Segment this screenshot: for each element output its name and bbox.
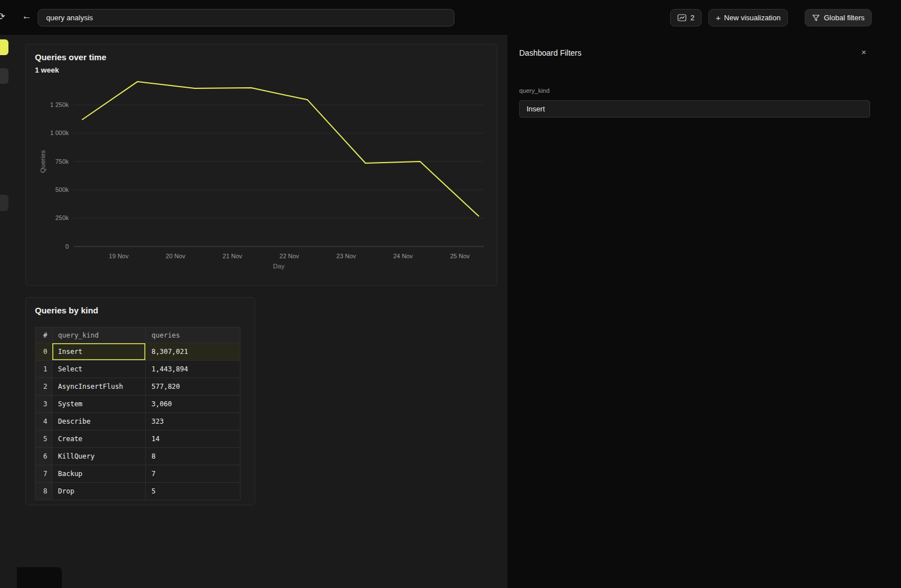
query-kind-cell[interactable]: AsyncInsertFlush	[52, 378, 146, 396]
queries-cell: 323	[146, 413, 240, 430]
visualization-frame-icon	[677, 14, 686, 21]
row-index-cell: 3	[35, 396, 52, 413]
table-title: Queries by kind	[35, 306, 99, 315]
table-row[interactable]: 4Describe323	[35, 413, 240, 430]
y-tick-label: 500k	[55, 186, 69, 193]
table-row[interactable]: 1Select1,443,894	[35, 361, 240, 378]
row-index-cell: 8	[35, 483, 52, 500]
row-index-cell: 5	[35, 430, 52, 448]
query-kind-cell[interactable]: KillQuery	[52, 448, 146, 465]
y-tick-label: 0	[65, 243, 69, 250]
queries-over-time-card: Queries over time 1 week 0250k500k750k1 …	[25, 44, 497, 286]
row-index-cell: 0	[35, 343, 52, 361]
bottom-left-panel	[17, 567, 62, 588]
query-kind-cell[interactable]: System	[52, 396, 146, 413]
x-tick-label: 20 Nov	[166, 253, 185, 259]
queries-line-chart: 0250k500k750k1 000k1 250k19 Nov20 Nov21 …	[26, 44, 498, 286]
query-kind-filter-input[interactable]	[519, 100, 870, 118]
y-axis-title: Queries	[39, 150, 46, 173]
query-kind-cell[interactable]: Backup	[52, 465, 146, 483]
queries-cell: 577,820	[146, 378, 240, 396]
queries-cell: 8,307,021	[146, 343, 240, 361]
table-row[interactable]: 0Insert8,307,021	[35, 343, 240, 361]
x-tick-label: 23 Nov	[336, 253, 356, 259]
x-tick-label: 21 Nov	[222, 253, 242, 259]
x-tick-label: 25 Nov	[450, 253, 470, 259]
table-row[interactable]: 7Backup7	[35, 465, 240, 483]
back-arrow-icon[interactable]: ←	[22, 11, 32, 22]
new-visualization-label: New visualization	[724, 14, 780, 22]
queries-cell: 5	[146, 483, 240, 500]
topbar: ⟳ ← 2 + New visualization Global filters	[0, 0, 901, 35]
table-row[interactable]: 8Drop5	[35, 483, 240, 500]
x-tick-label: 24 Nov	[393, 253, 413, 259]
column-header-index[interactable]: #	[35, 327, 52, 343]
table-row[interactable]: 3System3,060	[35, 396, 240, 413]
plus-icon: +	[716, 13, 721, 23]
query-kind-cell[interactable]: Create	[52, 430, 146, 448]
y-tick-label: 750k	[55, 158, 69, 165]
visualizations-count: 2	[690, 14, 694, 22]
x-axis-title: Day	[273, 263, 285, 270]
column-header-query-kind[interactable]: query_kind	[52, 327, 146, 343]
queries-cell: 7	[146, 465, 240, 483]
filter-funnel-icon	[812, 14, 820, 22]
row-index-cell: 1	[35, 361, 52, 378]
queries-cell: 1,443,894	[146, 361, 240, 378]
query-kind-cell[interactable]: Describe	[52, 413, 146, 430]
close-icon[interactable]: ×	[858, 46, 870, 59]
row-index-cell: 2	[35, 378, 52, 396]
table-row[interactable]: 5Create14	[35, 430, 240, 448]
global-filters-button[interactable]: Global filters	[805, 9, 872, 26]
queries-table-body: 0Insert8,307,0211Select1,443,8942AsyncIn…	[35, 343, 240, 500]
sidebar-item[interactable]	[0, 68, 8, 84]
dashboard-filters-panel: Dashboard Filters × query_kind	[507, 35, 901, 588]
query-kind-cell[interactable]: Insert	[52, 343, 146, 361]
visualizations-count-button[interactable]: 2	[670, 9, 702, 26]
query-kind-cell[interactable]: Select	[52, 361, 146, 378]
query-kind-cell[interactable]: Drop	[52, 483, 146, 500]
queries-by-kind-card: Queries by kind # query_kind queries 0In…	[25, 297, 255, 505]
y-tick-label: 1 000k	[50, 129, 69, 136]
filters-panel-title: Dashboard Filters	[519, 48, 582, 57]
queries-cell: 14	[146, 430, 240, 448]
x-tick-label: 22 Nov	[279, 253, 299, 259]
sidebar-item[interactable]	[0, 195, 8, 211]
queries-cell: 8	[146, 448, 240, 465]
new-visualization-button[interactable]: + New visualization	[708, 9, 788, 26]
column-header-queries[interactable]: queries	[146, 327, 240, 343]
row-index-cell: 6	[35, 448, 52, 465]
table-row[interactable]: 6KillQuery8	[35, 448, 240, 465]
queries-cell: 3,060	[146, 396, 240, 413]
y-tick-label: 250k	[55, 214, 69, 221]
main-content: Queries over time 1 week 0250k500k750k1 …	[0, 35, 507, 588]
table-header-row: # query_kind queries	[35, 327, 240, 343]
x-tick-label: 19 Nov	[109, 253, 128, 259]
filter-field-label: query_kind	[519, 87, 550, 94]
table-row[interactable]: 2AsyncInsertFlush577,820	[35, 378, 240, 396]
global-filters-label: Global filters	[824, 14, 864, 22]
y-tick-label: 1 250k	[50, 101, 69, 108]
refresh-icon[interactable]: ⟳	[0, 11, 5, 23]
row-index-cell: 4	[35, 413, 52, 430]
row-index-cell: 7	[35, 465, 52, 483]
queries-by-kind-table: # query_kind queries 0Insert8,307,0211Se…	[35, 327, 240, 500]
dashboard-title-input[interactable]	[38, 9, 454, 26]
sidebar-item-active[interactable]	[0, 39, 8, 55]
series-line	[82, 82, 479, 216]
